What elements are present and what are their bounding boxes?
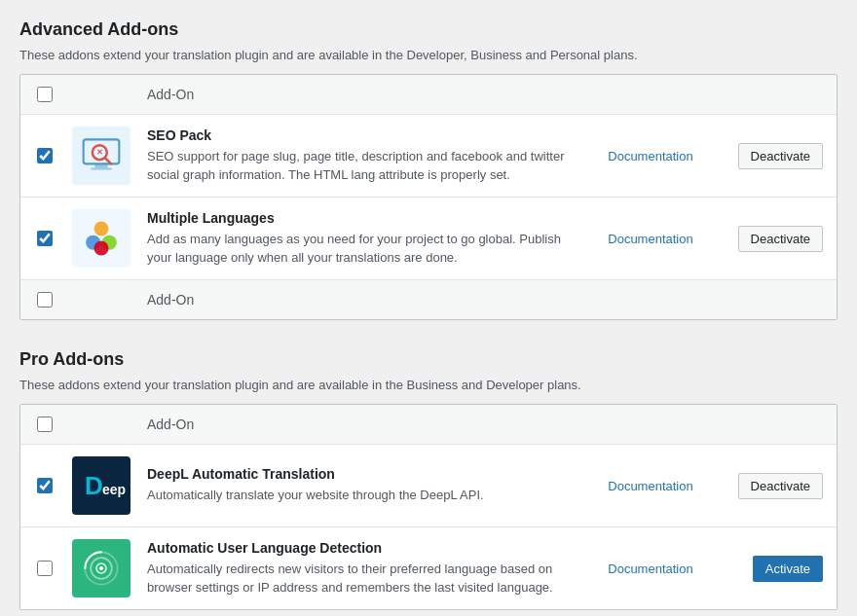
seo-pack-row: ✕ SEO Pack SEO support for page slug, pa…: [20, 115, 837, 198]
svg-text:D: D: [85, 471, 103, 500]
seo-pack-checkbox[interactable]: [37, 148, 53, 163]
seo-pack-action-cell[interactable]: Deactivate: [716, 143, 823, 169]
deepl-action-cell[interactable]: Deactivate: [716, 473, 823, 499]
deepl-desc: Automatically translate your website thr…: [147, 486, 585, 505]
deepl-checkbox[interactable]: [37, 478, 53, 493]
svg-point-11: [94, 241, 109, 256]
seo-pack-desc: SEO support for page slug, page title, d…: [147, 147, 585, 185]
pro-addon-table: Add-On D: [19, 404, 838, 610]
seo-pack-checkbox-cell[interactable]: [34, 148, 56, 163]
pro-addons-section: Pro Add-ons These addons extend your tra…: [19, 349, 838, 610]
pro-header-checkbox[interactable]: [37, 417, 53, 432]
seo-pack-deactivate-button[interactable]: Deactivate: [738, 143, 823, 169]
svg-point-8: [94, 222, 109, 236]
pro-header-label-cell: Add-On: [147, 417, 585, 432]
autolang-doc-link[interactable]: Documentation: [608, 562, 692, 576]
autolang-icon: [72, 539, 130, 598]
deepl-logo-text: D eepL: [77, 461, 126, 510]
multiple-languages-doc-cell[interactable]: Documentation: [597, 232, 704, 246]
advanced-header-checkbox[interactable]: [37, 87, 53, 102]
multiple-languages-action-cell[interactable]: Deactivate: [716, 226, 823, 252]
seo-pack-icon-cell: ✕: [67, 127, 135, 185]
deepl-checkbox-cell[interactable]: [34, 478, 56, 493]
advanced-header-row: Add-On: [20, 75, 837, 115]
advanced-header-label-cell: Add-On: [147, 87, 585, 102]
deepl-icon-cell: D eepL: [67, 456, 135, 515]
advanced-header-label: Add-On: [147, 87, 194, 102]
advanced-section-title: Advanced Add-ons: [19, 19, 838, 40]
seo-pack-name: SEO Pack: [147, 127, 585, 143]
autolang-info: Automatic User Language Detection Automa…: [147, 540, 585, 598]
deepl-row: D eepL DeepL Automatic Translation Autom…: [20, 445, 837, 527]
multiple-languages-checkbox[interactable]: [37, 231, 53, 246]
multiple-languages-info: Multiple Languages Add as many languages…: [147, 210, 585, 268]
pro-header-checkbox-cell[interactable]: [34, 417, 56, 432]
multiple-languages-icon: [72, 209, 130, 268]
multiple-languages-deactivate-button[interactable]: Deactivate: [738, 226, 823, 252]
advanced-footer-checkbox-cell[interactable]: [34, 292, 56, 308]
multiple-languages-name: Multiple Languages: [147, 210, 585, 226]
deepl-icon: D eepL: [72, 456, 130, 515]
deepl-name: DeepL Automatic Translation: [147, 466, 585, 482]
advanced-footer-checkbox[interactable]: [37, 292, 53, 308]
pro-section-description: These addons extend your translation plu…: [19, 378, 838, 392]
seo-pack-icon: ✕: [72, 127, 130, 185]
advanced-addons-section: Advanced Add-ons These addons extend you…: [19, 19, 838, 320]
deepl-doc-cell[interactable]: Documentation: [597, 479, 704, 493]
multiple-languages-doc-link[interactable]: Documentation: [608, 232, 692, 246]
advanced-header-checkbox-cell[interactable]: [34, 87, 56, 102]
advanced-footer-label-cell: Add-On: [147, 292, 585, 308]
autolang-checkbox[interactable]: [37, 561, 53, 576]
multiple-languages-row: Multiple Languages Add as many languages…: [20, 198, 837, 280]
seo-pack-doc-link[interactable]: Documentation: [608, 149, 692, 163]
svg-rect-3: [91, 168, 112, 170]
page-container: Advanced Add-ons These addons extend you…: [19, 19, 838, 610]
advanced-footer-row: Add-On: [20, 280, 837, 319]
multiple-languages-desc: Add as many languages as you need for yo…: [147, 230, 585, 268]
autolang-activate-button[interactable]: Activate: [753, 556, 823, 582]
autolang-checkbox-cell[interactable]: [34, 561, 56, 576]
seo-pack-info: SEO Pack SEO support for page slug, page…: [147, 127, 585, 185]
svg-text:✕: ✕: [96, 147, 103, 157]
deepl-deactivate-button[interactable]: Deactivate: [738, 473, 823, 499]
autolang-desc: Automatically redirects new visitors to …: [147, 560, 585, 598]
seo-pack-doc-cell[interactable]: Documentation: [597, 149, 704, 163]
advanced-footer-label: Add-On: [147, 292, 194, 308]
advanced-addon-table: Add-On: [19, 74, 838, 320]
multiple-languages-checkbox-cell[interactable]: [34, 231, 56, 246]
autolang-doc-cell[interactable]: Documentation: [597, 562, 704, 576]
svg-text:eepL: eepL: [102, 482, 126, 497]
autolang-icon-cell: [67, 539, 135, 598]
advanced-section-description: These addons extend your translation plu…: [19, 48, 838, 62]
svg-rect-2: [94, 163, 107, 167]
deepl-info: DeepL Automatic Translation Automaticall…: [147, 466, 585, 505]
multiple-languages-icon-cell: [67, 209, 135, 268]
autolang-name: Automatic User Language Detection: [147, 540, 585, 556]
autolang-row: Automatic User Language Detection Automa…: [20, 527, 837, 609]
svg-point-19: [99, 566, 103, 570]
deepl-doc-link[interactable]: Documentation: [608, 479, 692, 493]
autolang-action-cell[interactable]: Activate: [716, 556, 823, 582]
pro-header-label: Add-On: [147, 417, 194, 432]
pro-section-title: Pro Add-ons: [19, 349, 838, 370]
pro-header-row: Add-On: [20, 405, 837, 445]
